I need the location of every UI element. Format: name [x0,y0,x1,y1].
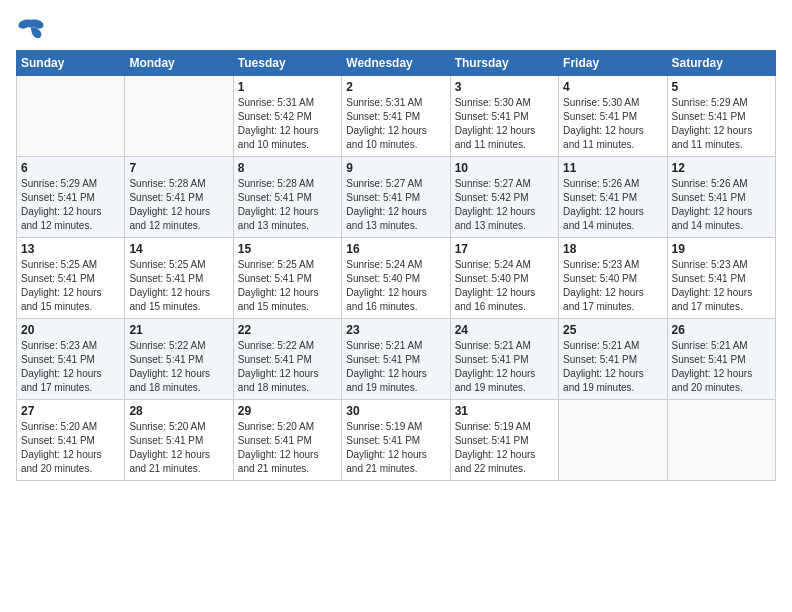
day-number: 21 [129,323,228,337]
calendar-day-cell: 31Sunrise: 5:19 AM Sunset: 5:41 PM Dayli… [450,400,558,481]
calendar-header-sunday: Sunday [17,51,125,76]
day-number: 1 [238,80,337,94]
day-info: Sunrise: 5:24 AM Sunset: 5:40 PM Dayligh… [455,258,554,314]
day-info: Sunrise: 5:23 AM Sunset: 5:41 PM Dayligh… [21,339,120,395]
calendar-header-tuesday: Tuesday [233,51,341,76]
day-number: 28 [129,404,228,418]
calendar-day-cell: 30Sunrise: 5:19 AM Sunset: 5:41 PM Dayli… [342,400,450,481]
day-info: Sunrise: 5:31 AM Sunset: 5:42 PM Dayligh… [238,96,337,152]
day-number: 5 [672,80,771,94]
day-info: Sunrise: 5:29 AM Sunset: 5:41 PM Dayligh… [672,96,771,152]
day-info: Sunrise: 5:21 AM Sunset: 5:41 PM Dayligh… [346,339,445,395]
day-info: Sunrise: 5:20 AM Sunset: 5:41 PM Dayligh… [238,420,337,476]
calendar-day-cell [667,400,775,481]
calendar-day-cell: 13Sunrise: 5:25 AM Sunset: 5:41 PM Dayli… [17,238,125,319]
calendar-day-cell: 17Sunrise: 5:24 AM Sunset: 5:40 PM Dayli… [450,238,558,319]
calendar-day-cell: 26Sunrise: 5:21 AM Sunset: 5:41 PM Dayli… [667,319,775,400]
calendar-day-cell [559,400,667,481]
day-number: 8 [238,161,337,175]
calendar-day-cell: 6Sunrise: 5:29 AM Sunset: 5:41 PM Daylig… [17,157,125,238]
day-number: 9 [346,161,445,175]
day-info: Sunrise: 5:22 AM Sunset: 5:41 PM Dayligh… [238,339,337,395]
calendar-day-cell: 20Sunrise: 5:23 AM Sunset: 5:41 PM Dayli… [17,319,125,400]
day-info: Sunrise: 5:21 AM Sunset: 5:41 PM Dayligh… [563,339,662,395]
day-number: 18 [563,242,662,256]
day-number: 17 [455,242,554,256]
calendar-day-cell: 16Sunrise: 5:24 AM Sunset: 5:40 PM Dayli… [342,238,450,319]
day-number: 7 [129,161,228,175]
calendar-day-cell: 25Sunrise: 5:21 AM Sunset: 5:41 PM Dayli… [559,319,667,400]
calendar-day-cell: 12Sunrise: 5:26 AM Sunset: 5:41 PM Dayli… [667,157,775,238]
day-info: Sunrise: 5:21 AM Sunset: 5:41 PM Dayligh… [455,339,554,395]
day-info: Sunrise: 5:29 AM Sunset: 5:41 PM Dayligh… [21,177,120,233]
day-number: 25 [563,323,662,337]
logo [16,16,50,40]
day-number: 20 [21,323,120,337]
day-info: Sunrise: 5:23 AM Sunset: 5:41 PM Dayligh… [672,258,771,314]
calendar-day-cell: 24Sunrise: 5:21 AM Sunset: 5:41 PM Dayli… [450,319,558,400]
day-info: Sunrise: 5:19 AM Sunset: 5:41 PM Dayligh… [346,420,445,476]
calendar-day-cell: 7Sunrise: 5:28 AM Sunset: 5:41 PM Daylig… [125,157,233,238]
day-number: 11 [563,161,662,175]
calendar-day-cell: 27Sunrise: 5:20 AM Sunset: 5:41 PM Dayli… [17,400,125,481]
day-info: Sunrise: 5:22 AM Sunset: 5:41 PM Dayligh… [129,339,228,395]
day-info: Sunrise: 5:28 AM Sunset: 5:41 PM Dayligh… [129,177,228,233]
calendar-day-cell: 4Sunrise: 5:30 AM Sunset: 5:41 PM Daylig… [559,76,667,157]
calendar-day-cell: 21Sunrise: 5:22 AM Sunset: 5:41 PM Dayli… [125,319,233,400]
calendar-week-row: 27Sunrise: 5:20 AM Sunset: 5:41 PM Dayli… [17,400,776,481]
calendar-header-wednesday: Wednesday [342,51,450,76]
calendar-day-cell: 9Sunrise: 5:27 AM Sunset: 5:41 PM Daylig… [342,157,450,238]
page-header [16,16,776,40]
calendar-day-cell: 8Sunrise: 5:28 AM Sunset: 5:41 PM Daylig… [233,157,341,238]
day-info: Sunrise: 5:25 AM Sunset: 5:41 PM Dayligh… [238,258,337,314]
calendar-day-cell: 2Sunrise: 5:31 AM Sunset: 5:41 PM Daylig… [342,76,450,157]
day-info: Sunrise: 5:30 AM Sunset: 5:41 PM Dayligh… [563,96,662,152]
calendar-day-cell: 23Sunrise: 5:21 AM Sunset: 5:41 PM Dayli… [342,319,450,400]
calendar-day-cell: 11Sunrise: 5:26 AM Sunset: 5:41 PM Dayli… [559,157,667,238]
day-number: 29 [238,404,337,418]
calendar-day-cell: 18Sunrise: 5:23 AM Sunset: 5:40 PM Dayli… [559,238,667,319]
logo-bird-icon [16,16,46,40]
calendar-day-cell: 14Sunrise: 5:25 AM Sunset: 5:41 PM Dayli… [125,238,233,319]
day-number: 15 [238,242,337,256]
calendar-week-row: 20Sunrise: 5:23 AM Sunset: 5:41 PM Dayli… [17,319,776,400]
calendar-day-cell: 5Sunrise: 5:29 AM Sunset: 5:41 PM Daylig… [667,76,775,157]
calendar-day-cell: 29Sunrise: 5:20 AM Sunset: 5:41 PM Dayli… [233,400,341,481]
day-info: Sunrise: 5:26 AM Sunset: 5:41 PM Dayligh… [563,177,662,233]
day-info: Sunrise: 5:21 AM Sunset: 5:41 PM Dayligh… [672,339,771,395]
day-info: Sunrise: 5:25 AM Sunset: 5:41 PM Dayligh… [21,258,120,314]
day-number: 6 [21,161,120,175]
calendar-day-cell: 10Sunrise: 5:27 AM Sunset: 5:42 PM Dayli… [450,157,558,238]
calendar-day-cell: 15Sunrise: 5:25 AM Sunset: 5:41 PM Dayli… [233,238,341,319]
calendar-week-row: 6Sunrise: 5:29 AM Sunset: 5:41 PM Daylig… [17,157,776,238]
calendar-week-row: 13Sunrise: 5:25 AM Sunset: 5:41 PM Dayli… [17,238,776,319]
day-info: Sunrise: 5:27 AM Sunset: 5:41 PM Dayligh… [346,177,445,233]
day-info: Sunrise: 5:23 AM Sunset: 5:40 PM Dayligh… [563,258,662,314]
day-number: 12 [672,161,771,175]
day-info: Sunrise: 5:31 AM Sunset: 5:41 PM Dayligh… [346,96,445,152]
day-info: Sunrise: 5:25 AM Sunset: 5:41 PM Dayligh… [129,258,228,314]
day-number: 4 [563,80,662,94]
calendar-header-thursday: Thursday [450,51,558,76]
day-number: 27 [21,404,120,418]
calendar-day-cell [17,76,125,157]
day-number: 13 [21,242,120,256]
calendar-day-cell: 1Sunrise: 5:31 AM Sunset: 5:42 PM Daylig… [233,76,341,157]
calendar-day-cell: 3Sunrise: 5:30 AM Sunset: 5:41 PM Daylig… [450,76,558,157]
day-info: Sunrise: 5:30 AM Sunset: 5:41 PM Dayligh… [455,96,554,152]
calendar-day-cell: 28Sunrise: 5:20 AM Sunset: 5:41 PM Dayli… [125,400,233,481]
calendar-day-cell [125,76,233,157]
day-number: 14 [129,242,228,256]
day-number: 24 [455,323,554,337]
calendar-header-monday: Monday [125,51,233,76]
calendar-header-row: SundayMondayTuesdayWednesdayThursdayFrid… [17,51,776,76]
day-info: Sunrise: 5:28 AM Sunset: 5:41 PM Dayligh… [238,177,337,233]
day-number: 26 [672,323,771,337]
day-info: Sunrise: 5:20 AM Sunset: 5:41 PM Dayligh… [129,420,228,476]
calendar-table: SundayMondayTuesdayWednesdayThursdayFrid… [16,50,776,481]
calendar-day-cell: 22Sunrise: 5:22 AM Sunset: 5:41 PM Dayli… [233,319,341,400]
day-number: 23 [346,323,445,337]
day-number: 10 [455,161,554,175]
day-info: Sunrise: 5:27 AM Sunset: 5:42 PM Dayligh… [455,177,554,233]
day-number: 3 [455,80,554,94]
